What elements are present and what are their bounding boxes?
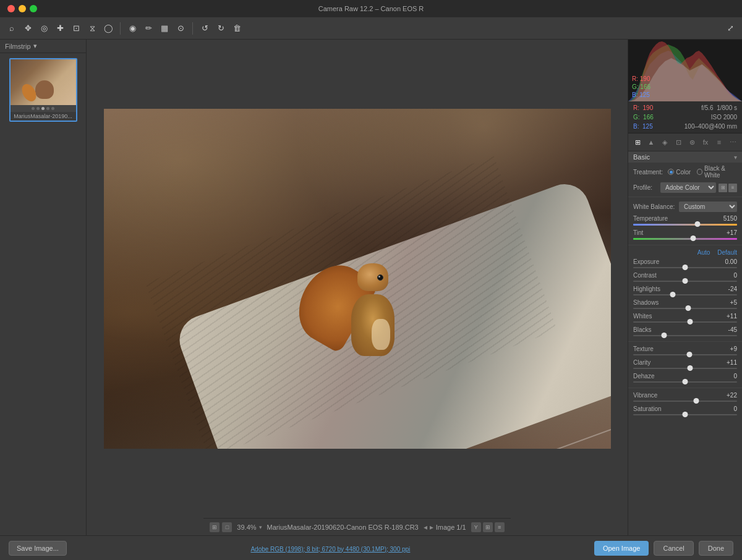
- contrast-thumb[interactable]: [683, 278, 688, 284]
- cancel-button[interactable]: Cancel: [654, 541, 693, 556]
- auto-button[interactable]: Auto: [697, 249, 710, 256]
- whites-track[interactable]: [633, 321, 737, 323]
- adjustment-brush[interactable]: ✏: [142, 22, 155, 35]
- minimize-button[interactable]: [19, 5, 26, 12]
- save-image-button[interactable]: Save Image...: [9, 541, 67, 556]
- section-collapse-icon: ▾: [734, 154, 737, 161]
- profile-select[interactable]: Adobe Color: [660, 182, 716, 193]
- tint-row: Tint +17: [628, 228, 742, 242]
- tab-effects[interactable]: fx: [700, 136, 711, 148]
- straighten-tool[interactable]: ⧖: [85, 22, 99, 35]
- bw-option[interactable]: Black & White: [697, 165, 737, 179]
- prev-image-icon[interactable]: ◂: [424, 523, 427, 532]
- filmstrip-header[interactable]: Filmstrip ▾: [0, 40, 86, 53]
- panel-tabs: ⊞ ▲ ◈ ⊡ ⊛ fx ≡ ⋯: [628, 134, 742, 151]
- bottom-bar: Save Image... Adobe RGB (1998); 8 bit; 6…: [0, 535, 742, 560]
- full-screen-icon[interactable]: ⤢: [723, 22, 737, 35]
- graduated-filter[interactable]: ▦: [158, 22, 171, 35]
- histogram-blue: B: 125: [632, 91, 650, 99]
- vibrance-label: Vibrance: [633, 392, 657, 399]
- texture-track[interactable]: [633, 354, 737, 355]
- thumb-rating-dots: [11, 105, 76, 112]
- color-option[interactable]: Color: [668, 165, 691, 179]
- zoom-control[interactable]: 39.4% ▾: [237, 524, 262, 531]
- grid-view-icon[interactable]: ⊞: [210, 522, 220, 532]
- blacks-track[interactable]: [633, 335, 737, 336]
- color-profile-link[interactable]: Adobe RGB (1998); 8 bit; 6720 by 4480 (3…: [250, 546, 410, 553]
- default-button[interactable]: Default: [717, 249, 737, 256]
- dehaze-label: Dehaze: [633, 373, 654, 380]
- next-image-icon[interactable]: ▸: [430, 523, 433, 532]
- zoom-arrow-icon[interactable]: ▾: [259, 524, 262, 530]
- wb-select[interactable]: Custom: [679, 202, 737, 212]
- dehaze-thumb[interactable]: [683, 379, 688, 384]
- zoom-tool[interactable]: ⌕: [5, 22, 19, 35]
- exposure-track[interactable]: [633, 267, 737, 268]
- squirrel-belly: [372, 319, 390, 350]
- clarity-track[interactable]: [633, 368, 737, 369]
- redeye-tool[interactable]: ◉: [126, 22, 139, 35]
- maximize-button[interactable]: [30, 5, 37, 12]
- blacks-thumb[interactable]: [662, 333, 667, 338]
- tab-more[interactable]: ⋯: [727, 136, 738, 148]
- tint-thumb[interactable]: [691, 235, 696, 241]
- tab-histogram[interactable]: ⊞: [632, 136, 643, 148]
- highlights-thumb[interactable]: [670, 292, 675, 297]
- compare-icon[interactable]: Y: [471, 522, 481, 532]
- film-thumbnail[interactable]: MariusMasalar-20190...: [9, 58, 77, 122]
- contrast-row: Contrast 0: [628, 271, 742, 284]
- tab-color[interactable]: ◈: [659, 136, 670, 148]
- spot-removal-tool[interactable]: ◯: [101, 22, 115, 35]
- vibrance-value: +22: [727, 392, 737, 399]
- highlights-track[interactable]: [633, 294, 737, 295]
- tab-lens[interactable]: ⊛: [686, 136, 697, 148]
- contrast-track[interactable]: [633, 281, 737, 282]
- dot-4: [46, 107, 49, 110]
- temperature-track[interactable]: [633, 224, 737, 226]
- whites-thumb[interactable]: [688, 319, 693, 325]
- bottom-right-buttons: Open Image Cancel Done: [594, 541, 733, 556]
- shadows-thumb[interactable]: [686, 305, 691, 311]
- rotate-cw[interactable]: ↻: [214, 22, 228, 35]
- vibrance-track[interactable]: [633, 401, 737, 402]
- radial-filter[interactable]: ⊙: [174, 22, 187, 35]
- grid-icon-1[interactable]: ⊞: [719, 184, 727, 192]
- hand-tool[interactable]: ✥: [21, 22, 35, 35]
- status-icons: ⊞ □: [210, 522, 232, 532]
- temperature-thumb[interactable]: [695, 221, 701, 227]
- done-button[interactable]: Done: [699, 541, 733, 556]
- tab-calibration[interactable]: ≡: [714, 136, 725, 148]
- vibrance-thumb[interactable]: [694, 398, 699, 404]
- tab-tone-curve[interactable]: ▲: [646, 136, 657, 148]
- color-sampler-tool[interactable]: ✚: [53, 22, 67, 35]
- window-controls[interactable]: [7, 5, 37, 12]
- histogram-green: G: 166: [632, 83, 650, 91]
- shadows-track[interactable]: [633, 308, 737, 309]
- view-mode-icon[interactable]: □: [222, 522, 232, 532]
- exposure-value: 0.00: [725, 258, 737, 265]
- delete-tool[interactable]: 🗑: [230, 22, 244, 35]
- dehaze-track[interactable]: [633, 381, 737, 383]
- texture-row: Texture +9: [628, 344, 742, 358]
- grid-icon-2[interactable]: ≡: [728, 184, 737, 192]
- zoom-icon[interactable]: ⊞: [483, 522, 493, 532]
- blacks-value: -45: [728, 326, 737, 333]
- camera-info-right: f/5.6 1/800 s ISO 2000 100–400@400 mm: [684, 103, 737, 131]
- settings-icon[interactable]: ≡: [495, 522, 505, 532]
- window-title: Camera Raw 12.2 – Canon EOS R: [318, 5, 424, 12]
- texture-thumb[interactable]: [686, 352, 692, 357]
- rotate-ccw[interactable]: ↺: [198, 22, 211, 35]
- saturation-track[interactable]: [633, 414, 737, 415]
- exposure-thumb[interactable]: [683, 265, 688, 270]
- saturation-thumb[interactable]: [683, 412, 688, 417]
- basic-section-header[interactable]: Basic ▾: [628, 151, 742, 163]
- tint-track[interactable]: [633, 238, 737, 240]
- tab-detail[interactable]: ⊡: [673, 136, 684, 148]
- profile-label: Profile:: [633, 184, 658, 191]
- blacks-label: Blacks: [633, 326, 651, 333]
- close-button[interactable]: [7, 5, 15, 12]
- open-image-button[interactable]: Open Image: [594, 541, 649, 556]
- white-balance-tool[interactable]: ◎: [37, 22, 51, 35]
- crop-tool[interactable]: ⊡: [69, 22, 83, 35]
- clarity-thumb[interactable]: [688, 365, 693, 371]
